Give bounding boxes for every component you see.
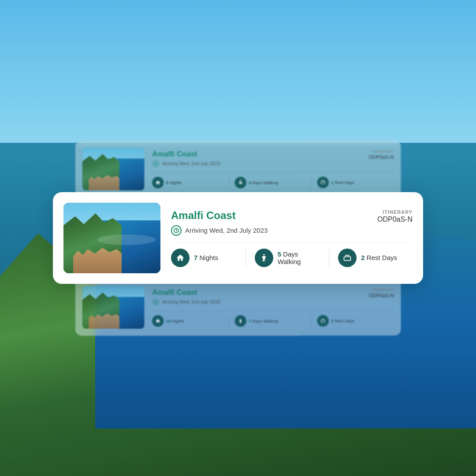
ghost-bottom-clock-icon bbox=[152, 298, 159, 305]
main-itinerary-code: ODP0aS-N bbox=[377, 216, 413, 223]
ghost-top-stat-nights: 5 Nights bbox=[152, 177, 229, 188]
ghost-bottom-home-icon bbox=[152, 315, 164, 327]
main-stat-walking: 5 Days Walking bbox=[246, 249, 330, 267]
ghost-top-header: Amalfi Coast Arriving Wed, 2nd July 2023… bbox=[152, 149, 394, 167]
main-home-icon bbox=[171, 249, 190, 267]
ghost-top-destination: Amalfi Coast bbox=[152, 149, 220, 158]
ghost-bottom-walking-icon bbox=[234, 315, 246, 327]
main-destination: Amalfi Coast bbox=[171, 209, 268, 222]
svg-point-1 bbox=[240, 180, 241, 181]
ghost-top-arrival-text: Arriving Wed, 2nd July 2023 bbox=[162, 161, 220, 166]
ghost-top-walking-num: 4 bbox=[249, 180, 251, 185]
main-itinerary: ITINERARY ODP0aS-N bbox=[377, 209, 413, 223]
main-nights-num: 7 bbox=[194, 254, 197, 261]
main-rest-num: 2 bbox=[361, 254, 364, 261]
ghost-top-arrival: Arriving Wed, 2nd July 2023 bbox=[152, 160, 220, 167]
ghost-top-stats: 5 Nights 4 Days bbox=[152, 172, 394, 188]
ghost-top-stat-rest: 1 Rest Days bbox=[312, 177, 394, 188]
main-rest-icon bbox=[338, 249, 357, 267]
top-ghost-card: Amalfi Coast Arriving Wed, 2nd July 2023… bbox=[75, 141, 401, 197]
ghost-bottom-rest-text: 3 Rest Days bbox=[331, 319, 354, 324]
ghost-top-image bbox=[82, 148, 144, 190]
ghost-top-walking-text: 4 Days Walking bbox=[249, 180, 278, 185]
main-arrival-text: Arriving Wed, 2nd July 2023 bbox=[185, 227, 268, 234]
svg-rect-8 bbox=[321, 320, 325, 322]
svg-point-7 bbox=[240, 318, 241, 319]
ghost-bottom-itinerary-code: ODP0aS-N bbox=[369, 293, 394, 298]
ghost-bottom-nights-num: 10 bbox=[166, 319, 171, 324]
main-itinerary-label: ITINERARY bbox=[377, 209, 413, 215]
main-card-stats: 7 Nights 5 Days Wa bbox=[171, 242, 413, 267]
main-walking-icon bbox=[255, 249, 273, 267]
ghost-bottom-stat-walking: 7 Days Walking bbox=[229, 315, 312, 327]
ghost-bottom-rest-num: 3 bbox=[331, 319, 333, 324]
ghost-bottom-header: Amalfi Coast Arriving Wed, 2nd July 2023… bbox=[152, 288, 394, 305]
ghost-bottom-itinerary-label: ITINERARY bbox=[369, 288, 394, 292]
main-rest-label: Rest Days bbox=[367, 254, 397, 261]
bottom-ghost-card: Amalfi Coast Arriving Wed, 2nd July 2023… bbox=[75, 279, 401, 335]
main-card-header: Amalfi Coast Arriving Wed, 2nd July 2023… bbox=[171, 209, 413, 236]
ghost-bottom-stat-nights: 10 Nights bbox=[152, 315, 229, 327]
main-rest-text: 2 Rest Days bbox=[361, 254, 397, 261]
ghost-top-nights-num: 5 bbox=[166, 180, 168, 185]
main-walking-num: 5 bbox=[278, 250, 281, 258]
main-card[interactable]: Amalfi Coast Arriving Wed, 2nd July 2023… bbox=[53, 192, 423, 284]
ghost-top-rest-label: Rest Days bbox=[335, 180, 354, 185]
ghost-top-stat-walking: 4 Days Walking bbox=[229, 177, 312, 188]
ghost-bottom-itinerary: ITINERARY ODP0aS-N bbox=[369, 288, 394, 298]
ghost-bottom-nights-label: Nights bbox=[172, 319, 184, 324]
main-stat-rest: 2 Rest Days bbox=[329, 249, 413, 267]
ghost-top-walking-label: Days Walking bbox=[252, 180, 278, 185]
ghost-bottom-walking-text: 7 Days Walking bbox=[249, 319, 278, 324]
ghost-bottom-stats: 10 Nights 7 Days Walking bbox=[152, 311, 394, 327]
ghost-bottom-image bbox=[82, 286, 144, 329]
main-arrival-clock-icon bbox=[171, 225, 182, 236]
ghost-top-rest-text: 1 Rest Days bbox=[331, 180, 354, 185]
ghost-bottom-rest-label: Rest Days bbox=[335, 319, 354, 324]
ghost-bottom-arrival-text: Arriving Wed, 2nd July 2023 bbox=[162, 299, 220, 305]
ghost-top-nights-text: 5 Nights bbox=[166, 180, 182, 185]
ghost-top-nights-label: Nights bbox=[169, 180, 181, 185]
ghost-bottom-content: Amalfi Coast Arriving Wed, 2nd July 2023… bbox=[152, 288, 394, 327]
ghost-bottom-walking-label: Days Walking bbox=[252, 319, 278, 324]
home-icon bbox=[152, 177, 164, 188]
arrival-clock-icon bbox=[152, 160, 159, 167]
main-arrival: Arriving Wed, 2nd July 2023 bbox=[171, 225, 268, 236]
main-title-group: Amalfi Coast Arriving Wed, 2nd July 2023 bbox=[171, 209, 268, 236]
main-nights-label: Nights bbox=[200, 254, 219, 261]
svg-rect-5 bbox=[344, 257, 351, 260]
ghost-bottom-arrival: Arriving Wed, 2nd July 2023 bbox=[152, 298, 220, 305]
ghost-top-rest-num: 1 bbox=[331, 180, 333, 185]
ghost-bottom-nights-text: 10 Nights bbox=[166, 319, 184, 324]
main-card-image bbox=[63, 203, 160, 273]
main-card-content: Amalfi Coast Arriving Wed, 2nd July 2023… bbox=[171, 209, 413, 267]
main-nights-text: 7 Nights bbox=[194, 254, 218, 261]
ghost-top-itinerary-code: ODP0aS-N bbox=[369, 154, 394, 160]
svg-point-4 bbox=[263, 254, 264, 255]
ghost-bottom-rest-icon bbox=[317, 315, 329, 327]
rest-icon bbox=[317, 177, 329, 188]
walking-icon bbox=[234, 177, 246, 188]
svg-rect-2 bbox=[321, 182, 325, 184]
ghost-top-content: Amalfi Coast Arriving Wed, 2nd July 2023… bbox=[152, 149, 394, 188]
ghost-bottom-walking-num: 7 bbox=[249, 319, 251, 324]
ghost-top-itinerary-label: ITINERARY bbox=[369, 149, 394, 153]
main-walking-text: 5 Days Walking bbox=[278, 250, 320, 265]
ghost-bottom-stat-rest: 3 Rest Days bbox=[312, 315, 394, 327]
cards-container: Amalfi Coast Arriving Wed, 2nd July 2023… bbox=[0, 0, 476, 476]
main-stat-nights: 7 Nights bbox=[171, 249, 246, 267]
main-walking-label: Days Walking bbox=[278, 250, 301, 265]
ghost-top-itinerary: ITINERARY ODP0aS-N bbox=[369, 149, 394, 160]
ghost-bottom-destination: Amalfi Coast bbox=[152, 288, 220, 296]
